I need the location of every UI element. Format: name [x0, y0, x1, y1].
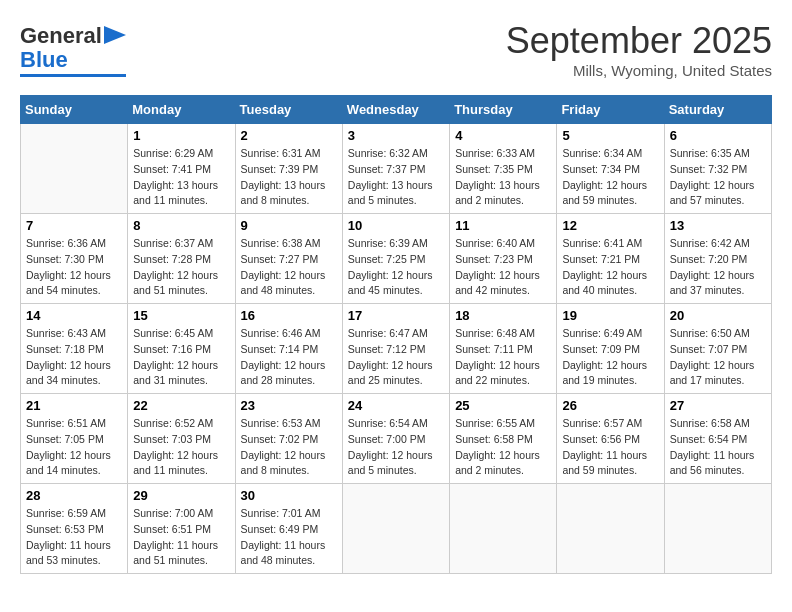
day-cell: 2 Sunrise: 6:31 AMSunset: 7:39 PMDayligh…: [235, 124, 342, 214]
month-title: September 2025: [506, 20, 772, 62]
day-cell: 29 Sunrise: 7:00 AMSunset: 6:51 PMDaylig…: [128, 484, 235, 574]
svg-marker-0: [104, 26, 126, 44]
sun-info: Sunrise: 6:58 AMSunset: 6:54 PMDaylight:…: [670, 416, 766, 479]
day-cell: 28 Sunrise: 6:59 AMSunset: 6:53 PMDaylig…: [21, 484, 128, 574]
day-number: 12: [562, 218, 658, 233]
sun-info: Sunrise: 6:33 AMSunset: 7:35 PMDaylight:…: [455, 146, 551, 209]
title-block: September 2025 Mills, Wyoming, United St…: [506, 20, 772, 79]
day-number: 4: [455, 128, 551, 143]
day-cell: 11 Sunrise: 6:40 AMSunset: 7:23 PMDaylig…: [450, 214, 557, 304]
week-row-1: 7 Sunrise: 6:36 AMSunset: 7:30 PMDayligh…: [21, 214, 772, 304]
day-cell: [342, 484, 449, 574]
day-number: 22: [133, 398, 229, 413]
day-cell: 26 Sunrise: 6:57 AMSunset: 6:56 PMDaylig…: [557, 394, 664, 484]
day-number: 28: [26, 488, 122, 503]
col-header-friday: Friday: [557, 96, 664, 124]
week-row-4: 28 Sunrise: 6:59 AMSunset: 6:53 PMDaylig…: [21, 484, 772, 574]
day-cell: 6 Sunrise: 6:35 AMSunset: 7:32 PMDayligh…: [664, 124, 771, 214]
day-cell: 7 Sunrise: 6:36 AMSunset: 7:30 PMDayligh…: [21, 214, 128, 304]
day-cell: 16 Sunrise: 6:46 AMSunset: 7:14 PMDaylig…: [235, 304, 342, 394]
week-row-3: 21 Sunrise: 6:51 AMSunset: 7:05 PMDaylig…: [21, 394, 772, 484]
sun-info: Sunrise: 6:41 AMSunset: 7:21 PMDaylight:…: [562, 236, 658, 299]
day-number: 7: [26, 218, 122, 233]
col-header-tuesday: Tuesday: [235, 96, 342, 124]
day-cell: 27 Sunrise: 6:58 AMSunset: 6:54 PMDaylig…: [664, 394, 771, 484]
col-header-sunday: Sunday: [21, 96, 128, 124]
logo-underline: [20, 74, 126, 77]
sun-info: Sunrise: 6:45 AMSunset: 7:16 PMDaylight:…: [133, 326, 229, 389]
day-cell: [664, 484, 771, 574]
sun-info: Sunrise: 6:47 AMSunset: 7:12 PMDaylight:…: [348, 326, 444, 389]
day-number: 11: [455, 218, 551, 233]
day-number: 6: [670, 128, 766, 143]
sun-info: Sunrise: 6:50 AMSunset: 7:07 PMDaylight:…: [670, 326, 766, 389]
day-cell: 14 Sunrise: 6:43 AMSunset: 7:18 PMDaylig…: [21, 304, 128, 394]
day-cell: [21, 124, 128, 214]
day-number: 15: [133, 308, 229, 323]
week-row-0: 1 Sunrise: 6:29 AMSunset: 7:41 PMDayligh…: [21, 124, 772, 214]
day-number: 23: [241, 398, 337, 413]
sun-info: Sunrise: 6:59 AMSunset: 6:53 PMDaylight:…: [26, 506, 122, 569]
sun-info: Sunrise: 6:57 AMSunset: 6:56 PMDaylight:…: [562, 416, 658, 479]
logo-text-general: General: [20, 24, 102, 48]
day-cell: [450, 484, 557, 574]
day-cell: 13 Sunrise: 6:42 AMSunset: 7:20 PMDaylig…: [664, 214, 771, 304]
col-header-thursday: Thursday: [450, 96, 557, 124]
logo-arrow-icon: [104, 26, 126, 44]
day-number: 29: [133, 488, 229, 503]
day-number: 17: [348, 308, 444, 323]
day-number: 10: [348, 218, 444, 233]
day-cell: 3 Sunrise: 6:32 AMSunset: 7:37 PMDayligh…: [342, 124, 449, 214]
sun-info: Sunrise: 7:01 AMSunset: 6:49 PMDaylight:…: [241, 506, 337, 569]
day-cell: 8 Sunrise: 6:37 AMSunset: 7:28 PMDayligh…: [128, 214, 235, 304]
day-number: 14: [26, 308, 122, 323]
sun-info: Sunrise: 6:52 AMSunset: 7:03 PMDaylight:…: [133, 416, 229, 479]
col-header-saturday: Saturday: [664, 96, 771, 124]
day-cell: 21 Sunrise: 6:51 AMSunset: 7:05 PMDaylig…: [21, 394, 128, 484]
day-cell: 15 Sunrise: 6:45 AMSunset: 7:16 PMDaylig…: [128, 304, 235, 394]
sun-info: Sunrise: 6:48 AMSunset: 7:11 PMDaylight:…: [455, 326, 551, 389]
sun-info: Sunrise: 6:35 AMSunset: 7:32 PMDaylight:…: [670, 146, 766, 209]
week-row-2: 14 Sunrise: 6:43 AMSunset: 7:18 PMDaylig…: [21, 304, 772, 394]
day-cell: 17 Sunrise: 6:47 AMSunset: 7:12 PMDaylig…: [342, 304, 449, 394]
day-number: 16: [241, 308, 337, 323]
day-cell: 30 Sunrise: 7:01 AMSunset: 6:49 PMDaylig…: [235, 484, 342, 574]
calendar-header-row: SundayMondayTuesdayWednesdayThursdayFrid…: [21, 96, 772, 124]
logo-text-blue: Blue: [20, 48, 68, 72]
day-cell: 12 Sunrise: 6:41 AMSunset: 7:21 PMDaylig…: [557, 214, 664, 304]
day-number: 21: [26, 398, 122, 413]
day-cell: 22 Sunrise: 6:52 AMSunset: 7:03 PMDaylig…: [128, 394, 235, 484]
day-number: 2: [241, 128, 337, 143]
sun-info: Sunrise: 6:34 AMSunset: 7:34 PMDaylight:…: [562, 146, 658, 209]
day-cell: 5 Sunrise: 6:34 AMSunset: 7:34 PMDayligh…: [557, 124, 664, 214]
day-number: 26: [562, 398, 658, 413]
day-number: 3: [348, 128, 444, 143]
calendar-table: SundayMondayTuesdayWednesdayThursdayFrid…: [20, 95, 772, 574]
day-number: 25: [455, 398, 551, 413]
col-header-wednesday: Wednesday: [342, 96, 449, 124]
day-cell: 19 Sunrise: 6:49 AMSunset: 7:09 PMDaylig…: [557, 304, 664, 394]
day-cell: 1 Sunrise: 6:29 AMSunset: 7:41 PMDayligh…: [128, 124, 235, 214]
day-cell: 10 Sunrise: 6:39 AMSunset: 7:25 PMDaylig…: [342, 214, 449, 304]
sun-info: Sunrise: 6:29 AMSunset: 7:41 PMDaylight:…: [133, 146, 229, 209]
sun-info: Sunrise: 6:46 AMSunset: 7:14 PMDaylight:…: [241, 326, 337, 389]
col-header-monday: Monday: [128, 96, 235, 124]
day-number: 9: [241, 218, 337, 233]
location: Mills, Wyoming, United States: [506, 62, 772, 79]
day-number: 27: [670, 398, 766, 413]
day-cell: 18 Sunrise: 6:48 AMSunset: 7:11 PMDaylig…: [450, 304, 557, 394]
sun-info: Sunrise: 6:43 AMSunset: 7:18 PMDaylight:…: [26, 326, 122, 389]
day-cell: [557, 484, 664, 574]
sun-info: Sunrise: 6:55 AMSunset: 6:58 PMDaylight:…: [455, 416, 551, 479]
sun-info: Sunrise: 6:39 AMSunset: 7:25 PMDaylight:…: [348, 236, 444, 299]
sun-info: Sunrise: 6:42 AMSunset: 7:20 PMDaylight:…: [670, 236, 766, 299]
sun-info: Sunrise: 6:54 AMSunset: 7:00 PMDaylight:…: [348, 416, 444, 479]
sun-info: Sunrise: 6:37 AMSunset: 7:28 PMDaylight:…: [133, 236, 229, 299]
sun-info: Sunrise: 6:51 AMSunset: 7:05 PMDaylight:…: [26, 416, 122, 479]
day-cell: 23 Sunrise: 6:53 AMSunset: 7:02 PMDaylig…: [235, 394, 342, 484]
day-number: 8: [133, 218, 229, 233]
day-number: 24: [348, 398, 444, 413]
day-cell: 25 Sunrise: 6:55 AMSunset: 6:58 PMDaylig…: [450, 394, 557, 484]
day-cell: 9 Sunrise: 6:38 AMSunset: 7:27 PMDayligh…: [235, 214, 342, 304]
logo: General Blue: [20, 24, 126, 77]
